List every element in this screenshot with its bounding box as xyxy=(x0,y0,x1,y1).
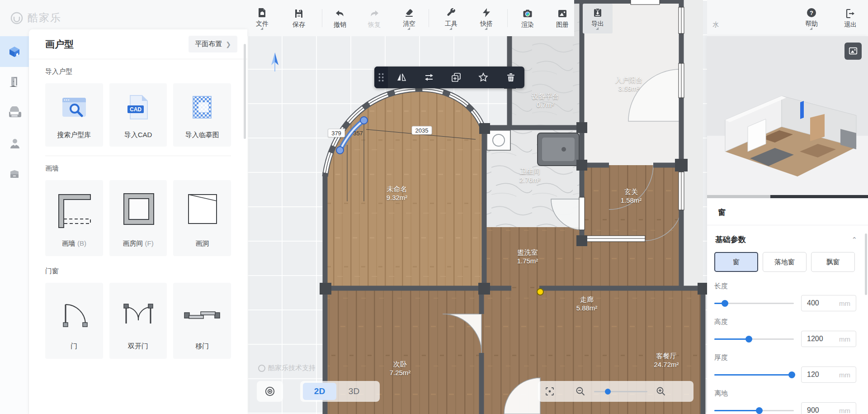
rail-door-window-tool[interactable] xyxy=(0,67,29,98)
render-button[interactable]: 渲染 xyxy=(513,4,542,33)
selected-object-title: 窗 xyxy=(707,198,868,225)
3d-preview[interactable] xyxy=(707,36,868,198)
snapshot-icon[interactable] xyxy=(844,43,862,60)
card-draw-room[interactable]: 画房间 (F) xyxy=(109,180,167,256)
room-icon xyxy=(117,180,160,239)
wall-icon xyxy=(52,180,96,239)
trace-image-icon xyxy=(189,83,216,131)
double-door-icon xyxy=(118,283,159,342)
section-label: 导入户型 xyxy=(45,67,231,76)
rail-furniture-tool[interactable] xyxy=(0,98,29,128)
help-button[interactable]: ? 帮助 xyxy=(797,4,826,33)
basic-params-header[interactable]: 基础参数 ⌃ xyxy=(707,225,868,251)
rail-people-tool[interactable] xyxy=(0,128,29,159)
object-toolbar[interactable] xyxy=(374,67,524,88)
selection-point xyxy=(537,289,543,295)
zoom-out-icon[interactable] xyxy=(575,386,586,397)
preview-scrollbar-track[interactable] xyxy=(707,195,770,198)
length-slider[interactable] xyxy=(714,303,794,304)
north-arrow-icon xyxy=(271,52,278,71)
opening-icon xyxy=(180,180,224,239)
section-label: 画墙 xyxy=(45,164,231,173)
file-button[interactable]: 文件 xyxy=(247,4,277,33)
watermark: 酷家乐技术支持 xyxy=(258,364,316,372)
elevation-slider[interactable] xyxy=(714,410,794,411)
swap-icon[interactable] xyxy=(415,67,442,88)
3d-preview-model xyxy=(707,36,868,198)
layout-mode-button[interactable]: 平面布置 ❯ xyxy=(189,36,237,52)
param-height: 高度 1200 mm xyxy=(707,311,868,347)
card-draw-wall[interactable]: 画墙 (B) xyxy=(45,180,103,256)
export-button[interactable]: 导出 xyxy=(583,4,613,33)
search-library-icon xyxy=(60,83,89,131)
toggle-3d[interactable]: 3D xyxy=(337,383,371,400)
exit-button[interactable]: 退出 xyxy=(835,4,865,33)
draw-floorplan-panel: 画户型 平面布置 ❯ 导入户型 搜索户型库 xyxy=(29,29,247,414)
visibility-button[interactable] xyxy=(257,381,283,402)
rail-floorplan-tool[interactable] xyxy=(0,36,29,67)
tab-floor-window[interactable]: 落地窗 xyxy=(763,252,807,272)
door-icon xyxy=(8,76,21,89)
thickness-input[interactable]: 120 mm xyxy=(801,366,856,383)
zoom-slider-handle[interactable] xyxy=(605,389,611,395)
rail-cabinet-tool[interactable] xyxy=(0,159,29,190)
left-rail xyxy=(0,36,29,414)
undo-button[interactable]: 撤销 xyxy=(325,4,355,33)
panel-scrollbar[interactable] xyxy=(244,44,246,139)
card-import-trace-image[interactable]: 导入临摹图 xyxy=(173,83,231,147)
dimension-label[interactable]: 357 xyxy=(353,130,363,137)
chevron-up-icon[interactable]: ⌃ xyxy=(851,236,857,244)
height-slider[interactable] xyxy=(714,338,794,340)
zoom-controls xyxy=(538,381,693,402)
param-elevation: 离地 900 mm xyxy=(707,383,868,414)
redo-button[interactable]: 恢复 xyxy=(359,4,389,33)
elevation-input[interactable]: 900 mm xyxy=(801,402,856,414)
svg-text:CAD: CAD xyxy=(130,106,142,113)
tab-bay-window[interactable]: 飘窗 xyxy=(811,252,855,272)
clear-button[interactable]: 清空 xyxy=(394,4,424,33)
toggle-2d[interactable]: 2D xyxy=(303,383,336,400)
length-input[interactable]: 400 mm xyxy=(801,295,856,311)
inspector-scrollbar[interactable] xyxy=(865,233,867,295)
panel-title: 画户型 xyxy=(45,38,74,51)
tools-button[interactable]: 工具 xyxy=(436,4,466,33)
eye-icon xyxy=(264,385,276,397)
floorplan-drawing xyxy=(247,0,707,414)
card-search-floorplan-library[interactable]: 搜索户型库 xyxy=(45,83,103,147)
view-toggle: 2D 3D xyxy=(300,381,380,402)
duplicate-icon[interactable] xyxy=(443,67,470,88)
sofa-icon xyxy=(8,106,21,120)
thickness-slider[interactable] xyxy=(714,374,794,376)
delete-icon[interactable] xyxy=(497,67,524,88)
inspector-panel: 窗 基础参数 ⌃ 窗 落地窗 飘窗 长度 400 mm 高度 1200 mm 厚… xyxy=(707,36,868,414)
window-type-tabs: 窗 落地窗 飘窗 xyxy=(707,251,868,276)
dimension-label[interactable]: 379 xyxy=(328,129,345,138)
section-label: 门窗 xyxy=(45,267,231,276)
section-doors-windows: 门窗 门 xyxy=(29,259,247,362)
section-draw-wall: 画墙 画墙 (B) 画房间 (F) xyxy=(29,156,247,259)
app-logo[interactable]: 酷家乐 xyxy=(10,11,61,25)
tab-window[interactable]: 窗 xyxy=(714,252,758,272)
favorite-icon[interactable] xyxy=(470,67,497,88)
zoom-in-icon[interactable] xyxy=(656,386,666,397)
zoom-slider[interactable] xyxy=(594,391,647,392)
height-input[interactable]: 1200 mm xyxy=(801,331,856,347)
toolbar-separator xyxy=(507,9,508,27)
mirror-icon[interactable] xyxy=(388,67,415,88)
card-single-door[interactable]: 门 xyxy=(45,283,103,359)
floorplan-canvas[interactable]: 未命名9.32m²卫生间2.76m²设备平台0.7m²入户阳台3.59m²玄关1… xyxy=(247,0,707,414)
save-button[interactable]: 保存 xyxy=(284,4,314,33)
drag-handle-icon[interactable] xyxy=(374,67,388,88)
chevron-right-icon: ❯ xyxy=(226,41,231,48)
card-sliding-door[interactable]: 移门 xyxy=(173,283,231,359)
dimension-label[interactable]: 2035 xyxy=(412,126,432,135)
card-import-cad[interactable]: CAD 导入CAD xyxy=(109,83,167,147)
preview-scrollbar-thumb[interactable] xyxy=(770,195,868,198)
fit-view-icon[interactable] xyxy=(544,386,555,397)
quick-build-button[interactable]: 快搭 xyxy=(472,4,501,33)
card-draw-opening[interactable]: 画洞 xyxy=(173,180,231,256)
logo-text: 酷家乐 xyxy=(28,11,61,25)
album-button[interactable]: 图册 xyxy=(547,4,577,33)
toolbar-separator xyxy=(322,9,322,27)
card-double-door[interactable]: 双开门 xyxy=(109,283,167,359)
